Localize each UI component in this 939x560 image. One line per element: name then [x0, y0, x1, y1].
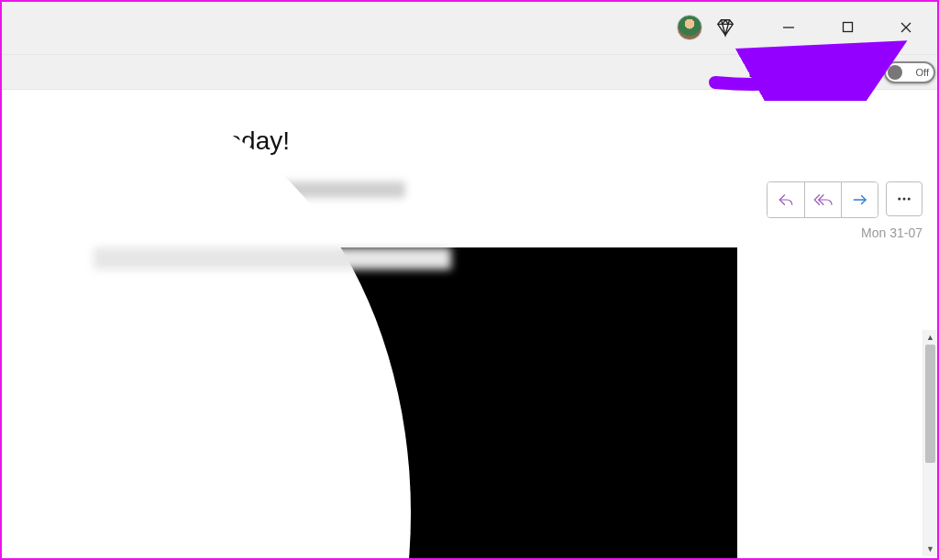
- scrollbar-thumb[interactable]: [925, 345, 935, 463]
- reply-all-button[interactable]: [804, 182, 841, 217]
- try-new-toggle[interactable]: Off: [884, 61, 935, 83]
- redacted-strip: [94, 247, 451, 269]
- toggle-state-label: Off: [916, 67, 929, 78]
- try-new-outlook-bar: Try the new Outlook Off: [0, 55, 939, 90]
- reply-button[interactable]: [768, 182, 804, 217]
- email-action-buttons: [767, 181, 922, 218]
- email-reading-pane: It's your due date today! O: [0, 90, 939, 560]
- close-button[interactable]: [877, 5, 935, 49]
- email-body: [77, 247, 746, 560]
- maximize-button[interactable]: [818, 5, 877, 49]
- try-new-label: Try the new Outlook: [746, 64, 877, 81]
- svg-point-5: [898, 198, 900, 201]
- profile-avatar[interactable]: [677, 15, 702, 40]
- email-body-redacted-block: [17, 247, 737, 560]
- svg-point-6: [903, 198, 906, 201]
- svg-rect-1: [843, 23, 852, 32]
- window-controls: [759, 5, 935, 49]
- vertical-scrollbar[interactable]: ▲ ▼: [922, 330, 937, 556]
- premium-diamond-icon[interactable]: [713, 16, 737, 39]
- scroll-up-arrow-icon[interactable]: ▲: [923, 330, 937, 345]
- reply-button-group: [767, 181, 878, 218]
- title-bar-right: [677, 5, 935, 49]
- email-timestamp: Mon 31-07: [767, 225, 922, 240]
- toggle-knob: [888, 65, 902, 80]
- email-actions-column: Mon 31-07: [767, 181, 922, 240]
- scrollbar-track[interactable]: [923, 345, 937, 542]
- minimize-button[interactable]: [759, 5, 818, 49]
- title-bar: [0, 0, 939, 55]
- svg-point-7: [908, 198, 911, 201]
- scroll-down-arrow-icon[interactable]: ▼: [923, 542, 937, 556]
- forward-button[interactable]: [841, 182, 878, 217]
- more-actions-button[interactable]: [886, 181, 922, 216]
